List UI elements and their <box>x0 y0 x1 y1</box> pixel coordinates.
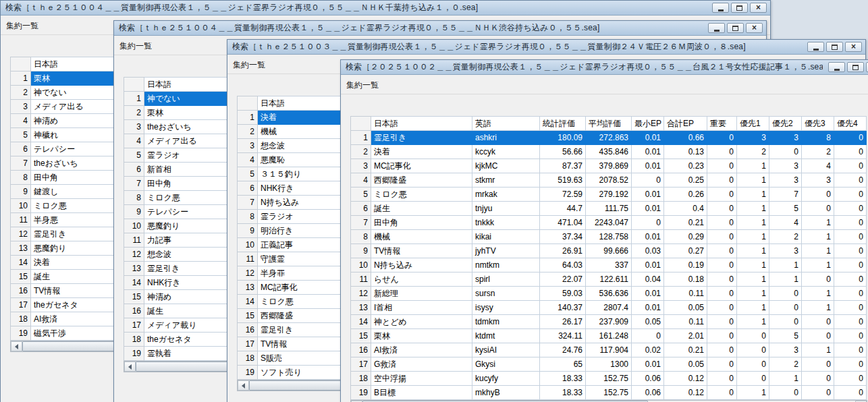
table-row[interactable]: 13悪魔釣り <box>11 241 115 256</box>
table-cell[interactable]: 111.75 <box>586 202 632 216</box>
row-number[interactable]: 6 <box>351 202 371 216</box>
table-cell[interactable]: 神清め <box>31 114 115 128</box>
table-cell[interactable]: 0.01 <box>632 202 664 216</box>
table-cell[interactable]: theガセネタ <box>144 333 229 347</box>
table-cell[interactable]: 0 <box>834 188 867 202</box>
column-header[interactable]: 英語 <box>472 117 540 131</box>
row-number[interactable]: 7 <box>11 156 31 171</box>
table-cell[interactable]: 72.59 <box>540 188 586 202</box>
table-cell[interactable]: 0 <box>834 173 867 188</box>
table-cell[interactable]: 0.12 <box>664 386 707 400</box>
table-row[interactable]: 10ミロク悪 <box>11 199 115 213</box>
table-cell[interactable]: 237.909 <box>586 315 632 329</box>
row-number[interactable]: 17 <box>351 357 371 372</box>
table-cell[interactable]: 0 <box>834 357 867 372</box>
row-number[interactable]: 6 <box>124 163 144 177</box>
table-cell[interactable]: 44.7 <box>540 202 586 216</box>
row-number[interactable]: 7 <box>351 216 371 230</box>
table-cell[interactable]: 152.75 <box>586 372 632 386</box>
table-cell[interactable]: 悪魔恥 <box>258 153 342 167</box>
table-cell[interactable]: 0 <box>802 372 834 386</box>
row-number[interactable]: 4 <box>124 134 144 148</box>
table-cell[interactable]: 0 <box>834 145 867 159</box>
minimize-button[interactable] <box>708 23 725 33</box>
table-cell[interactable]: 24.76 <box>540 343 586 357</box>
table-row[interactable]: 15西郷隆盛 <box>238 309 342 323</box>
table-cell[interactable]: 0 <box>834 202 867 216</box>
table-cell[interactable]: 2 <box>802 145 834 159</box>
table-cell[interactable]: 0 <box>707 343 737 357</box>
row-number[interactable]: 14 <box>124 276 144 290</box>
table-cell[interactable]: NHK行き <box>258 181 342 196</box>
table-cell[interactable]: 0 <box>834 230 867 244</box>
row-number[interactable]: 2 <box>124 106 144 120</box>
table-cell[interactable]: テレパシー <box>31 142 115 156</box>
table-row[interactable]: 9鍵渡し <box>11 185 115 199</box>
table-row[interactable]: 19B目標mkhyB18.33152.750.060.1201000 <box>351 386 867 400</box>
table-row[interactable]: 17メディア載り <box>124 318 229 333</box>
row-number[interactable]: 18 <box>351 372 371 386</box>
table-cell[interactable]: 0 <box>769 145 802 159</box>
table-cell[interactable]: 0 <box>802 329 834 343</box>
table-cell[interactable]: 0.01 <box>632 230 664 244</box>
row-number[interactable]: 7 <box>238 196 258 210</box>
row-number[interactable]: 3 <box>351 159 371 173</box>
minimize-button[interactable] <box>807 42 824 52</box>
table-cell[interactable]: ソフト売り <box>258 366 342 380</box>
table-cell[interactable]: 1 <box>769 272 802 287</box>
table-row[interactable]: 3メディア出る <box>11 100 115 114</box>
table-cell[interactable]: 272.863 <box>586 131 632 145</box>
table-cell[interactable]: N持ち込み <box>371 258 472 272</box>
table-cell[interactable]: 半身罪 <box>258 266 342 281</box>
table-cell[interactable]: 3 <box>802 173 834 188</box>
table-cell[interactable]: 1 <box>802 216 834 230</box>
table-row[interactable]: 1神でない <box>124 92 229 106</box>
table-cell[interactable]: 0 <box>707 258 737 272</box>
table-row[interactable]: 15栗林ktdmt324.11161.24802.0100500 <box>351 329 867 343</box>
table-cell[interactable]: 明治行き <box>258 224 342 238</box>
table-cell[interactable]: 0.11 <box>664 287 707 301</box>
row-number[interactable]: 4 <box>351 173 371 188</box>
scroll-left-button[interactable] <box>238 380 249 391</box>
row-number[interactable]: 2 <box>11 86 31 100</box>
table-cell[interactable]: 1 <box>737 386 769 400</box>
maximize-button[interactable] <box>847 62 864 72</box>
row-number[interactable]: 3 <box>11 100 31 114</box>
table-cell[interactable]: 0 <box>834 216 867 230</box>
table-cell[interactable]: 37.34 <box>540 230 586 244</box>
table-cell[interactable]: MC記事化 <box>258 281 342 295</box>
table-row[interactable]: 12新総理sursn59.03536.6360.010.1101010 <box>351 287 867 301</box>
table-cell[interactable]: 想念波 <box>144 248 229 262</box>
table-cell[interactable]: 65 <box>540 357 586 372</box>
table-cell[interactable]: 0 <box>834 258 867 272</box>
table-cell[interactable]: 1 <box>737 244 769 258</box>
row-number[interactable]: 14 <box>11 256 31 270</box>
table-cell[interactable]: I首相 <box>371 301 472 315</box>
row-number[interactable]: 8 <box>124 191 144 205</box>
table-row[interactable]: 4神清め <box>11 114 115 128</box>
table-cell[interactable]: 0 <box>737 372 769 386</box>
table-row[interactable]: 2栗林 <box>124 106 229 120</box>
table-cell[interactable]: 0.27 <box>664 244 707 258</box>
table-row[interactable]: 14決着 <box>11 256 115 270</box>
row-number[interactable]: 5 <box>124 148 144 163</box>
table-cell[interactable]: kysiAI <box>472 343 540 357</box>
table-row[interactable]: 12想念波 <box>124 248 229 262</box>
table-row[interactable]: 18AI救済 <box>11 312 115 326</box>
table-cell[interactable]: 0 <box>707 244 737 258</box>
table-cell[interactable]: 0 <box>834 287 867 301</box>
table-cell[interactable]: 3 <box>769 159 802 173</box>
table-cell[interactable]: 0 <box>632 173 664 188</box>
row-number[interactable]: 3 <box>238 139 258 153</box>
table-cell[interactable]: B目標 <box>371 386 472 400</box>
table-cell[interactable]: 0 <box>834 131 867 145</box>
table-cell[interactable]: 栗林 <box>144 106 229 120</box>
column-header[interactable]: 優先3 <box>802 117 834 131</box>
table-row[interactable]: 18S販売 <box>238 351 342 366</box>
table-cell[interactable]: 0 <box>802 272 834 287</box>
table-cell[interactable]: 3 <box>769 131 802 145</box>
table-cell[interactable]: 0 <box>769 301 802 315</box>
table-cell[interactable]: 力記事 <box>144 233 229 248</box>
table-cell[interactable]: らせん <box>371 272 472 287</box>
table-row[interactable]: 8機械kikai37.34128.7580.010.2901210 <box>351 230 867 244</box>
